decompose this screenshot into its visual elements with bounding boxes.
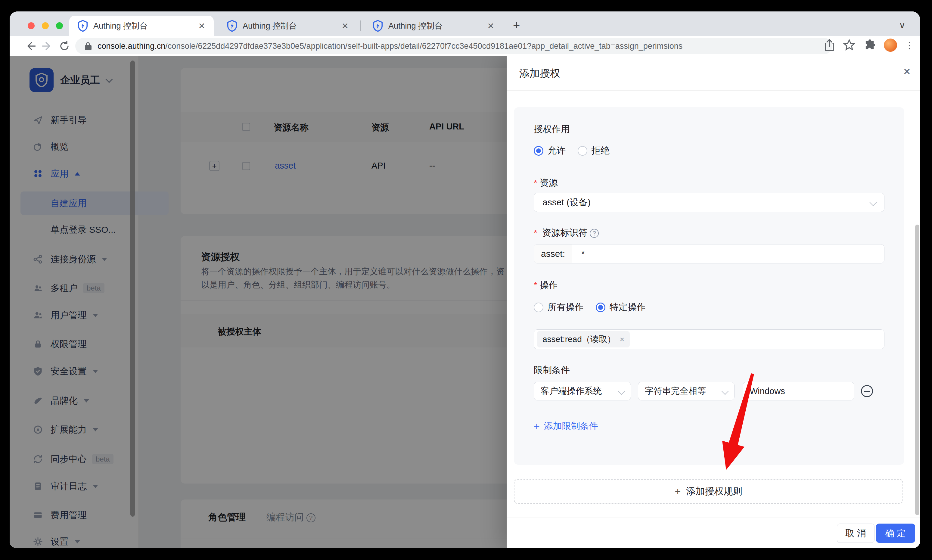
remove-tag-icon[interactable]: × <box>620 335 624 344</box>
browser-tab-1[interactable]: Authing 控制台 ✕ <box>69 15 214 36</box>
forward-button[interactable] <box>40 39 54 53</box>
radio-allow[interactable]: 允许 <box>534 145 566 157</box>
window-controls <box>28 22 63 29</box>
drawer-title: 添加授权 <box>519 66 560 80</box>
page-content: 企业员工 新手引导概览应用自建应用单点登录 SSO...连接身份源多租户beta… <box>10 56 920 548</box>
tab-close-icon[interactable]: ✕ <box>198 21 205 31</box>
identifier-label: 资源标识符 ? <box>534 227 599 239</box>
plus-icon: + <box>534 420 540 432</box>
condition-field-select[interactable]: 客户端操作系统 <box>534 382 631 400</box>
authing-favicon-icon <box>78 20 88 32</box>
url-path: /console/6225dd4297dfdae373e3b0e5/applic… <box>165 42 683 51</box>
confirm-button[interactable]: 确 定 <box>876 523 915 543</box>
zoom-window-button[interactable] <box>56 22 63 29</box>
radio-off-icon <box>534 303 543 312</box>
identifier-prefix: asset: <box>534 245 572 263</box>
radio-off-icon <box>578 146 587 155</box>
condition-label: 限制条件 <box>534 364 570 376</box>
profile-avatar[interactable] <box>884 38 897 52</box>
tab-search-chevron-icon[interactable]: ∨ <box>899 20 906 31</box>
radio-all-actions[interactable]: 所有操作 <box>534 301 584 314</box>
browser-toolbar: console.authing.cn/console/6225dd4297dfd… <box>10 36 920 56</box>
identifier-input[interactable]: * <box>572 245 585 263</box>
tab-close-icon[interactable]: ✕ <box>342 21 349 31</box>
tab-strip: Authing 控制台 ✕ Authing 控制台 ✕ Authing 控制台 … <box>10 11 920 36</box>
add-authorization-drawer: 添加授权 × 授权作用 允许 拒绝 资源 <box>507 56 920 548</box>
drawer-header: 添加授权 × <box>507 56 920 91</box>
add-condition-link[interactable]: + 添加限制条件 <box>534 420 598 432</box>
radio-deny[interactable]: 拒绝 <box>578 145 610 157</box>
effect-label: 授权作用 <box>534 123 570 135</box>
rule-panel <box>514 107 904 465</box>
address-bar[interactable]: console.authing.cn/console/6225dd4297dfd… <box>75 38 832 54</box>
action-tag: asset:read（读取） × <box>537 331 630 348</box>
remove-condition-icon[interactable] <box>861 385 873 397</box>
radio-on-icon <box>534 146 543 155</box>
authing-favicon-icon <box>227 20 237 32</box>
identifier-input-group: asset: * <box>534 244 884 263</box>
screen: Authing 控制台 ✕ Authing 控制台 ✕ Authing 控制台 … <box>0 0 932 560</box>
extensions-puzzle-icon[interactable] <box>863 39 876 51</box>
back-button[interactable] <box>23 39 38 53</box>
action-label: 操作 <box>534 279 558 291</box>
radio-on-icon <box>596 303 605 312</box>
radio-specific-actions[interactable]: 特定操作 <box>596 301 646 314</box>
close-icon[interactable]: × <box>903 65 910 78</box>
resource-label: 资源 <box>534 177 558 189</box>
condition-operator-select[interactable]: 字符串完全相等 <box>638 382 735 400</box>
browser-window: Authing 控制台 ✕ Authing 控制台 ✕ Authing 控制台 … <box>10 11 920 548</box>
help-icon[interactable]: ? <box>590 229 599 238</box>
resource-select[interactable]: asset (设备) <box>534 193 884 212</box>
add-rule-button[interactable]: + 添加授权规则 <box>514 479 903 504</box>
plus-icon: + <box>675 486 681 497</box>
condition-row: 客户端操作系统 字符串完全相等 Windows <box>534 382 873 400</box>
authing-favicon-icon <box>373 20 383 32</box>
tab-separator <box>360 20 361 31</box>
close-window-button[interactable] <box>28 22 35 29</box>
tab-title: Authing 控制台 <box>243 20 336 31</box>
https-lock-icon <box>85 42 92 50</box>
bookmark-star-icon[interactable] <box>843 39 855 51</box>
browser-menu-icon[interactable]: ⋮ <box>905 40 914 51</box>
action-radio-group: 所有操作 特定操作 <box>534 301 646 314</box>
minimize-window-button[interactable] <box>42 22 49 29</box>
tab-close-icon[interactable]: ✕ <box>488 21 494 31</box>
cancel-button[interactable]: 取 消 <box>837 523 875 543</box>
actions-multiselect[interactable]: asset:read（读取） × <box>534 329 884 349</box>
browser-tab-2[interactable]: Authing 控制台 ✕ <box>218 15 357 36</box>
effect-radio-group: 允许 拒绝 <box>534 145 610 157</box>
chevron-down-icon <box>869 199 877 206</box>
reload-button[interactable] <box>57 39 72 53</box>
tab-title: Authing 控制台 <box>388 20 482 31</box>
drawer-footer: 取 消 确 定 <box>507 518 920 548</box>
url-domain: console.authing.cn <box>97 42 165 51</box>
condition-value-input[interactable]: Windows <box>743 382 854 400</box>
tab-title: Authing 控制台 <box>93 20 193 31</box>
browser-tab-3[interactable]: Authing 控制台 ✕ <box>364 15 503 36</box>
share-icon[interactable] <box>824 39 835 51</box>
new-tab-button[interactable]: + <box>513 18 520 32</box>
toolbar-actions: ⋮ <box>824 38 914 52</box>
drawer-scrollbar[interactable] <box>915 225 919 515</box>
